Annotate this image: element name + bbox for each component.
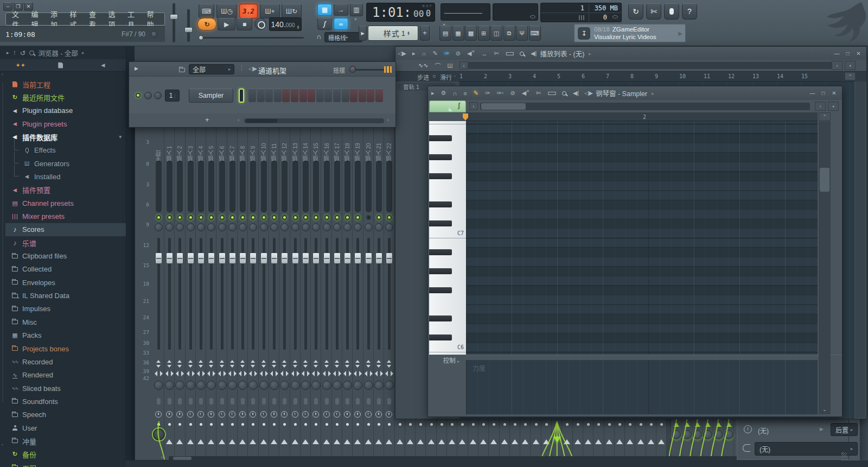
route-dot[interactable]: [430, 423, 433, 426]
circle-slash-icon[interactable]: [456, 50, 461, 57]
swing-knob[interactable]: [349, 66, 356, 73]
route-dot[interactable]: [388, 423, 391, 426]
strip-fader-handle[interactable]: [155, 253, 162, 264]
black-key[interactable]: [429, 335, 452, 340]
tab-sounds-icon[interactable]: ✦✦: [16, 62, 25, 69]
strip-fader-handle[interactable]: [292, 253, 299, 264]
typing-keyboard-button[interactable]: ⌨: [199, 4, 214, 18]
chevron-right-icon[interactable]: ▶: [820, 426, 824, 432]
route-dot[interactable]: [419, 423, 422, 426]
master-volume-handle[interactable]: [170, 14, 178, 20]
step-cell-9[interactable]: [316, 89, 324, 102]
route-arrow-icon[interactable]: [281, 439, 288, 444]
strip-enable-led[interactable]: [220, 215, 225, 220]
mixer-strip[interactable]: 插入 18: [342, 111, 353, 461]
piano-roll-maximize-button[interactable]: □: [819, 89, 828, 97]
stereo-sep-icon[interactable]: [167, 360, 173, 368]
keep-on-disk-button[interactable]: ▥: [350, 3, 363, 16]
stereo-sep-icon[interactable]: [208, 360, 214, 368]
stereo-sep-icon[interactable]: [229, 360, 235, 368]
route-arrow-icon[interactable]: [292, 439, 298, 444]
strip-knob[interactable]: [259, 381, 269, 390]
strip-pan-knob[interactable]: [302, 223, 310, 231]
send-arrow-icon[interactable]: [716, 423, 722, 427]
route-arrow-icon[interactable]: [648, 439, 654, 444]
post-button[interactable]: 后置 ▸: [831, 423, 858, 436]
strip-fader-handle[interactable]: [281, 253, 288, 264]
master-pitch-slider[interactable]: [187, 9, 190, 42]
mixer-strip[interactable]: 插入 4: [196, 111, 206, 461]
route-arrow-icon[interactable]: [197, 439, 204, 444]
strip-knob[interactable]: [218, 381, 227, 390]
browser-item-rendered[interactable]: Rendered: [5, 369, 126, 382]
strip-pan-knob[interactable]: [218, 223, 226, 231]
browser-item-channel-presets[interactable]: Channel presets: [5, 197, 126, 210]
strip-pan-knob[interactable]: [207, 223, 215, 231]
strip-pan-knob[interactable]: [343, 223, 352, 231]
mixer-strip[interactable]: 插入 7: [227, 111, 238, 461]
slide-toggle[interactable]: ◦: [454, 74, 456, 79]
song-position-handle[interactable]: [199, 35, 203, 40]
news-panel[interactable]: ↧ 08/18ZGameEditor Visualizer Lyric Vide…: [574, 24, 686, 42]
channel-volume-knob[interactable]: [154, 92, 162, 99]
arrow-icon[interactable]: [412, 50, 416, 57]
velocity-lane[interactable]: 力度: [466, 360, 818, 414]
drag-dots-icon[interactable]: ⋮: [239, 65, 245, 72]
route-arrow-icon[interactable]: [428, 439, 435, 444]
strip-knob[interactable]: [353, 381, 362, 390]
step-cell-6[interactable]: [291, 89, 298, 102]
expanded-icon[interactable]: ▾: [119, 134, 122, 140]
step-cell-5[interactable]: [282, 89, 290, 102]
plugin-slot-icon[interactable]: [377, 398, 381, 405]
stereo-sep-icon[interactable]: [250, 360, 256, 368]
toolbar-step-sequencer-button[interactable]: ▩: [465, 26, 477, 41]
route-arrow-icon[interactable]: [501, 439, 508, 444]
piano-roll-dot-button[interactable]: ▪: [828, 102, 839, 111]
browser-item-installed[interactable]: Installed: [5, 170, 126, 183]
piano-roll-ruler[interactable]: 2: [466, 112, 818, 121]
mixer-strip[interactable]: 插入 17: [332, 111, 342, 461]
step-cell-8[interactable]: [308, 89, 315, 102]
strip-pan-knob[interactable]: [280, 223, 289, 231]
route-arrow-icon[interactable]: [386, 439, 392, 444]
clock-icon[interactable]: [292, 411, 298, 418]
step-cell-16[interactable]: [375, 89, 383, 102]
strip-knob[interactable]: [374, 381, 384, 390]
black-key[interactable]: [429, 249, 452, 255]
undo-icon[interactable]: ↺: [20, 49, 25, 57]
strip-fader-handle[interactable]: [208, 253, 215, 264]
strip-knob[interactable]: [270, 381, 279, 390]
playlist-maximize-button[interactable]: □: [843, 49, 852, 58]
strip-enable-led[interactable]: [335, 215, 340, 220]
strip-fader-handle[interactable]: [365, 253, 372, 264]
route-arrow-icon[interactable]: [344, 439, 350, 444]
browser-item-备份[interactable]: 备份: [5, 448, 126, 461]
scroll-left-button[interactable]: ‹: [459, 61, 468, 70]
toolbar-plugin-picker-button[interactable]: ⧉: [503, 26, 515, 41]
route-dot[interactable]: [493, 423, 495, 426]
tempo-spinner[interactable]: ▲▼: [296, 25, 299, 29]
strip-pan-knob[interactable]: [197, 223, 205, 231]
black-key[interactable]: [429, 154, 452, 160]
pan-arrows-icon[interactable]: [165, 371, 174, 376]
pan-arrows-icon[interactable]: [228, 371, 237, 376]
plugin-slot-icon[interactable]: [325, 398, 329, 405]
pan-arrows-icon[interactable]: [333, 371, 341, 376]
route-dot[interactable]: [451, 423, 454, 426]
clock-icon[interactable]: [155, 411, 162, 418]
pan-arrows-icon[interactable]: [249, 371, 257, 376]
mixer-hscrollbar[interactable]: [169, 456, 759, 460]
step-cell-10[interactable]: [324, 89, 332, 102]
stereo-sep-icon[interactable]: [366, 360, 372, 368]
browser-item-speech[interactable]: Speech: [5, 408, 126, 421]
strip-fader-handle[interactable]: [250, 253, 257, 264]
route-dot[interactable]: [367, 423, 370, 426]
strip-pan-knob[interactable]: [323, 223, 331, 231]
strip-knob[interactable]: [228, 381, 237, 390]
chevron-down-icon[interactable]: ▼: [354, 17, 358, 21]
strip-knob[interactable]: [343, 381, 352, 390]
browser-item-envelopes[interactable]: Envelopes: [5, 276, 126, 289]
strip-knob[interactable]: [385, 381, 394, 390]
route-dot[interactable]: [503, 423, 506, 426]
graph-editor-icon[interactable]: [384, 66, 392, 73]
